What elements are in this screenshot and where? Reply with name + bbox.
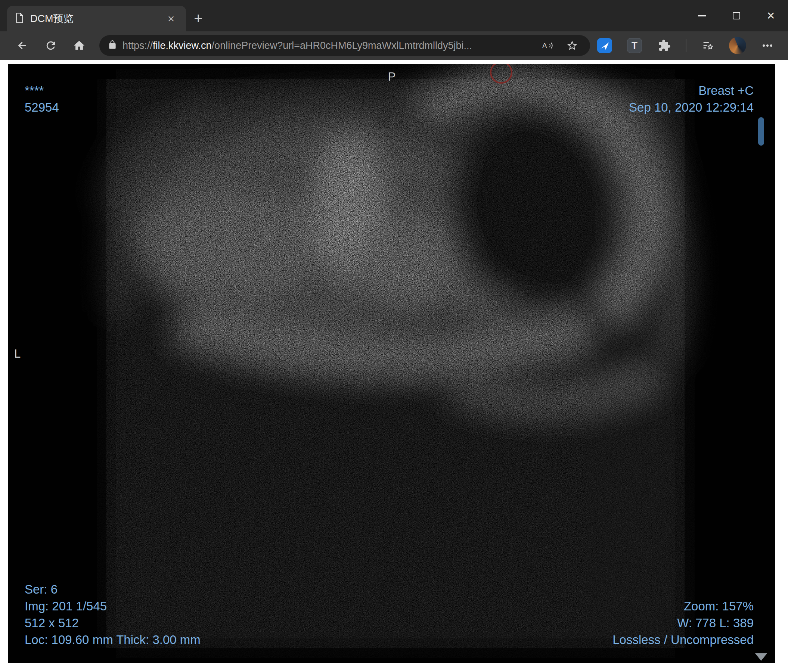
study-description: Breast +C: [629, 82, 754, 99]
tab-close-icon[interactable]: ×: [164, 13, 178, 25]
favorites-hub-icon[interactable]: [699, 37, 716, 54]
lock-icon[interactable]: [108, 40, 117, 51]
image-number: Img: 201 1/545: [25, 598, 200, 615]
patient-info-overlay: **** 52954: [25, 82, 59, 116]
t-shield-extension-icon[interactable]: T: [626, 37, 643, 54]
window-controls: ×: [685, 0, 788, 32]
address-bar[interactable]: https://file.kkview.cn/onlinePreview?url…: [99, 35, 590, 56]
url-text: https://file.kkview.cn/onlinePreview?url…: [122, 40, 532, 52]
display-info-overlay: Zoom: 157% W: 778 L: 389 Lossless / Unco…: [612, 598, 754, 648]
url-scheme: https://: [122, 40, 153, 51]
refresh-button[interactable]: [37, 33, 65, 57]
profile-avatar[interactable]: [729, 37, 746, 54]
mri-scan-image: [8, 64, 775, 663]
extensions-area: T: [596, 37, 780, 54]
slice-scrollbar-thumb[interactable]: [758, 117, 764, 146]
series-number: Ser: 6: [25, 581, 200, 598]
page-document-icon: [14, 12, 24, 25]
settings-menu-icon[interactable]: [759, 37, 776, 54]
tab-title: DCM预览: [30, 12, 157, 25]
compression-info: Lossless / Uncompressed: [612, 631, 754, 648]
browser-window: DCM预览 × + × https://file.kkview.cn/onlin…: [0, 0, 788, 60]
toolbar-divider: [686, 39, 686, 52]
url-path: /onlinePreview?url=aHR0cHM6Ly9maWxlLmtrd…: [212, 40, 472, 51]
browser-tab[interactable]: DCM预览 ×: [7, 6, 186, 32]
study-datetime: Sep 10, 2020 12:29:14: [629, 99, 754, 116]
new-tab-button[interactable]: +: [190, 11, 207, 28]
close-window-button[interactable]: ×: [754, 0, 788, 32]
scroll-down-arrow[interactable]: [755, 653, 767, 661]
orientation-marker-posterior: P: [388, 70, 396, 84]
maximize-button[interactable]: [719, 0, 754, 32]
read-aloud-button[interactable]: A: [538, 40, 557, 52]
minimize-button[interactable]: [685, 0, 719, 32]
web-page: **** 52954 Breast +C Sep 10, 2020 12:29:…: [0, 60, 788, 672]
back-button[interactable]: [8, 33, 37, 57]
window-level: W: 778 L: 389: [612, 615, 754, 631]
blue-extension-icon[interactable]: [596, 37, 613, 54]
orientation-marker-left: L: [14, 347, 21, 361]
slice-location-thickness: Loc: 109.60 mm Thick: 3.00 mm: [25, 631, 200, 648]
tab-strip: DCM预览 × + ×: [0, 0, 788, 32]
extensions-puzzle-icon[interactable]: [656, 37, 673, 54]
image-matrix: 512 x 512: [25, 615, 200, 631]
favorite-star-icon[interactable]: [562, 40, 582, 52]
minimize-icon: [698, 15, 706, 16]
browser-toolbar: https://file.kkview.cn/onlinePreview?url…: [0, 32, 788, 60]
study-info-overlay: Breast +C Sep 10, 2020 12:29:14: [629, 82, 754, 116]
dicom-viewer-canvas[interactable]: **** 52954 Breast +C Sep 10, 2020 12:29:…: [8, 64, 775, 663]
zoom-level: Zoom: 157%: [612, 598, 754, 615]
patient-id: 52954: [25, 99, 59, 116]
series-info-overlay: Ser: 6 Img: 201 1/545 512 x 512 Loc: 109…: [25, 581, 200, 648]
home-button[interactable]: [65, 33, 93, 57]
maximize-icon: [733, 12, 740, 19]
patient-name-masked: ****: [25, 82, 59, 99]
svg-text:A: A: [542, 42, 547, 49]
url-host: file.kkview.cn: [153, 40, 212, 51]
